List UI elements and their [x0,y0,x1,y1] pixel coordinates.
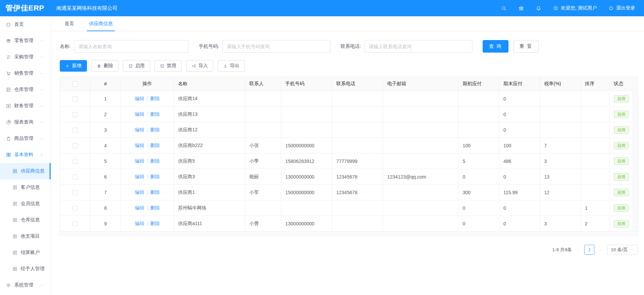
delete-link[interactable]: 删除 [150,189,160,195]
cell-phone: 15000000000 [281,185,332,200]
delete-link[interactable]: 删除 [150,143,160,148]
sidebar-item-6[interactable]: 报表查询 [0,114,51,130]
status-badge[interactable]: 启用 [614,189,629,196]
import-button[interactable]: 导入 [186,60,213,72]
delete-link[interactable]: 删除 [150,158,160,164]
search-icon[interactable] [501,5,507,11]
status-badge[interactable]: 启用 [614,142,629,149]
cell-contact [245,200,281,216]
cell-begin-payable [459,91,499,107]
edit-link[interactable]: 编辑 [135,189,144,195]
search-buttons: 查 询重 置 [483,40,539,53]
edit-link[interactable]: 编辑 [135,143,144,148]
export-button[interactable]: 导出 [218,60,245,72]
edit-link[interactable]: 编辑 [135,158,144,164]
tab-label: 供应商信息 [89,21,113,27]
status-badge[interactable]: 启用 [614,158,629,165]
row-checkbox[interactable] [73,128,78,133]
sidebar-item-12[interactable]: 仓库信息 [0,212,51,228]
select-all-checkbox[interactable] [73,81,78,87]
status-badge[interactable]: 启用 [614,204,629,212]
status-badge[interactable]: 启用 [614,126,629,134]
sidebar-item-10[interactable]: 客户信息 [0,179,51,196]
delete-link[interactable]: 删除 [150,221,160,226]
search-input-0[interactable] [74,40,189,53]
delete-link[interactable]: 删除 [150,96,160,101]
delete-link[interactable]: 删除 [150,127,160,132]
cell-end-payable: 486 [499,153,540,169]
row-checkbox[interactable] [73,159,78,164]
current-page-button[interactable]: 1 [584,245,594,255]
delete-link[interactable]: 删除 [150,174,160,179]
row-checkbox[interactable] [73,206,78,211]
doc-icon [12,217,18,223]
edit-link[interactable]: 编辑 [135,174,144,179]
horizontal-scrollbar[interactable] [60,232,638,236]
sidebar-item-9[interactable]: 供应商信息 [0,163,51,179]
sidebar-item-0[interactable]: 首页 [0,16,51,33]
edit-link[interactable]: 编辑 [135,205,144,210]
table-row: 4编辑|删除供应商b222小张150000000001001007启用 [60,138,638,153]
reset-button[interactable]: 重 置 [513,40,539,53]
row-checkbox[interactable] [73,112,78,117]
search-input-2[interactable] [364,40,472,53]
app-logo[interactable]: 管伊佳ERP [0,3,51,13]
sidebar-item-4[interactable]: 仓库管理 [0,81,51,98]
query-button[interactable]: 查 询 [483,40,508,53]
sidebar-item-3[interactable]: 销售管理 [0,65,51,81]
status-badge[interactable]: 启用 [614,95,629,103]
tab-1[interactable]: 供应商信息 [89,16,113,31]
tab-0[interactable]: 首页 [65,16,74,31]
sidebar-item-label: 商品管理 [14,135,33,142]
sidebar-item-2[interactable]: 采购管理 [0,49,51,65]
delete-link[interactable]: 删除 [150,205,160,210]
retail-icon [6,38,11,43]
logout-button[interactable]: 退出登录 [608,5,635,11]
sidebar-item-1[interactable]: 零售管理 [0,33,51,49]
page-size-select[interactable]: 10 条/页 [607,245,638,255]
cell-end-payable: 0 [499,107,540,122]
status-badge[interactable]: 启用 [614,173,629,181]
status-badge[interactable]: 启用 [614,111,629,118]
edit-link[interactable]: 编辑 [135,96,144,101]
check-square-button[interactable]: 启用 [123,60,150,72]
edit-link[interactable]: 编辑 [135,221,144,226]
cell-contact: 小曹 [245,216,281,232]
sidebar-item-label: 客户信息 [21,184,40,190]
sidebar-item-13[interactable]: 收支项目 [0,228,51,244]
sidebar-item-15[interactable]: 经手人管理 [0,261,51,277]
search-input-1[interactable] [222,40,330,53]
edit-link[interactable]: 编辑 [135,111,144,117]
plus-button[interactable]: 新增 [60,60,87,72]
edit-link[interactable]: 编辑 [135,127,144,132]
next-page-button[interactable] [599,248,603,252]
x-square-button[interactable]: 禁用 [155,60,182,72]
vertical-scrollbar[interactable] [633,91,638,231]
sidebar-item-14[interactable]: 结算账户 [0,244,51,261]
row-checkbox[interactable] [73,190,78,195]
row-checkbox[interactable] [73,174,78,180]
delete-link[interactable]: 删除 [150,111,160,117]
bell-icon[interactable] [536,5,541,11]
prev-page-button[interactable] [576,248,580,252]
sidebar-item-8[interactable]: 基本资料 [0,147,51,163]
finance-icon [6,103,11,109]
sidebar-item-label: 报表查询 [14,119,33,125]
sidebar-item-label: 首页 [14,21,24,27]
sidebar-item-16[interactable]: 系统管理 [0,277,51,293]
sidebar-item-11[interactable]: 会员信息 [0,196,51,212]
trash-button[interactable]: 删除 [91,60,119,72]
row-checkbox[interactable] [73,143,78,148]
bank-icon[interactable] [518,5,524,11]
chevron-up-icon [40,153,43,157]
status-badge[interactable]: 启用 [614,220,629,227]
column-header: 联系人 [245,77,281,91]
row-actions: 编辑|删除 [121,107,174,122]
cell-email [383,107,459,122]
cell-tax-rate: 3 [540,216,581,232]
welcome-user[interactable]: 欢迎您, 测试用户 [553,5,597,11]
row-checkbox[interactable] [73,221,78,226]
sidebar-item-5[interactable]: 财务管理 [0,98,51,114]
sidebar-item-7[interactable]: 商品管理 [0,130,51,147]
row-checkbox[interactable] [73,96,78,102]
